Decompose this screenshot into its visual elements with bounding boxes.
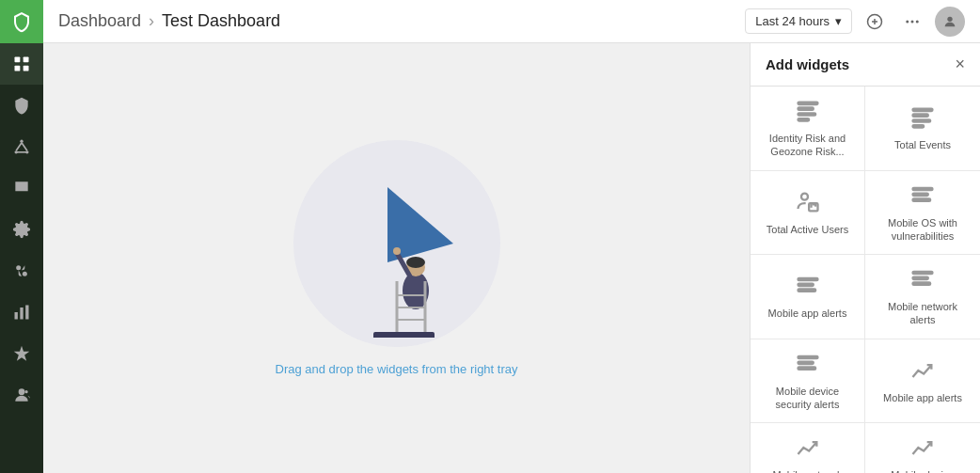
svg-line-7 — [16, 143, 22, 150]
trend-line-icon-3 — [909, 434, 936, 461]
svg-rect-38 — [798, 108, 813, 110]
dashboard-canvas: Drag and drop the widgets from the right… — [43, 43, 750, 473]
drag-drop-hint: Drag and drop the widgets from the right… — [276, 362, 518, 376]
widget-label: Mobile network alerts — [875, 300, 971, 327]
svg-rect-59 — [798, 356, 817, 358]
panel-header: Add widgets × — [751, 43, 980, 87]
time-selector-label: Last 24 hours — [755, 14, 830, 28]
widget-label: Mobile app alerts — [883, 391, 962, 404]
widgets-row-5: Mobile network alerts Mobile device secu… — [751, 423, 980, 473]
svg-rect-60 — [798, 361, 813, 363]
sidebar-item-settings-circle[interactable] — [0, 209, 43, 250]
widget-mobile-network-alerts[interactable]: Mobile network alerts — [865, 255, 980, 339]
svg-rect-51 — [913, 193, 928, 195]
time-selector[interactable]: Last 24 hours ▾ — [745, 8, 852, 34]
widget-total-events[interactable]: Total Events — [865, 87, 980, 170]
bar-list-small-icon-2 — [795, 273, 821, 299]
widget-label: Mobile OS with vulnerabilities — [875, 216, 971, 244]
widget-label: Total Events — [894, 138, 951, 151]
add-widget-button[interactable] — [860, 7, 890, 37]
widgets-row-4: Mobile device security alerts Mobile app… — [751, 339, 980, 424]
panel-close-button[interactable]: × — [955, 55, 965, 74]
svg-point-4 — [20, 140, 23, 143]
widget-mobile-device-security[interactable]: Mobile device security alerts — [751, 339, 865, 423]
widget-label: Mobile device security alerts — [875, 468, 971, 473]
svg-rect-58 — [913, 283, 931, 285]
widget-total-active-users[interactable]: Total Active Users — [751, 171, 865, 255]
svg-point-11 — [16, 265, 21, 270]
widget-mobile-network-alerts-2[interactable]: Mobile network alerts — [751, 423, 865, 473]
svg-rect-39 — [798, 113, 815, 115]
svg-rect-53 — [798, 278, 817, 280]
svg-point-24 — [947, 16, 952, 21]
widget-label: Mobile device security alerts — [760, 385, 855, 412]
svg-point-45 — [801, 193, 808, 199]
sidebar-item-dashboard[interactable] — [0, 43, 43, 85]
svg-point-16 — [19, 388, 25, 395]
breadcrumb: Dashboard › Test Dashboard — [58, 11, 280, 31]
svg-rect-54 — [798, 284, 813, 286]
sidebar-item-network[interactable] — [0, 126, 43, 167]
svg-rect-56 — [913, 272, 933, 274]
svg-rect-13 — [15, 312, 18, 320]
svg-rect-44 — [913, 125, 925, 127]
empty-state-illustration — [293, 140, 500, 347]
svg-rect-42 — [913, 115, 928, 117]
svg-rect-15 — [25, 306, 28, 320]
widgets-row-2: Total Active Users Mobile OS with vulner… — [751, 171, 980, 256]
breadcrumb-root[interactable]: Dashboard — [58, 11, 141, 31]
widget-mobile-os-vuln[interactable]: Mobile OS with vulnerabilities — [865, 171, 980, 255]
bar-list-small-icon — [909, 182, 936, 209]
svg-rect-50 — [913, 187, 933, 189]
svg-point-12 — [23, 272, 27, 276]
chevron-down-icon: ▾ — [835, 14, 842, 28]
widget-label: Mobile network alerts — [760, 468, 855, 473]
bar-list-small-icon-4 — [795, 351, 821, 377]
svg-point-23 — [916, 20, 919, 23]
bar-list-icon-2 — [909, 104, 936, 131]
trend-line-icon-2 — [795, 434, 821, 461]
user-avatar-button[interactable] — [935, 7, 965, 37]
sidebar — [0, 0, 43, 473]
svg-rect-57 — [913, 277, 928, 279]
widgets-row-1: Identity Risk and Geozone Risk... Total … — [751, 87, 980, 171]
sidebar-item-inbox[interactable] — [0, 167, 43, 209]
more-options-button[interactable] — [897, 7, 927, 37]
widget-identity-risk[interactable]: Identity Risk and Geozone Risk... — [751, 87, 865, 170]
breadcrumb-separator: › — [149, 11, 154, 31]
sidebar-item-admin[interactable] — [0, 374, 43, 416]
bar-list-icon — [795, 98, 821, 124]
svg-rect-3 — [24, 66, 29, 71]
svg-point-22 — [911, 20, 914, 23]
panel-title: Add widgets — [766, 56, 849, 72]
svg-rect-40 — [798, 118, 809, 120]
svg-rect-55 — [798, 290, 815, 292]
widget-mobile-app-alerts-2[interactable]: Mobile app alerts — [865, 339, 980, 423]
svg-rect-36 — [373, 332, 435, 338]
svg-rect-41 — [913, 109, 933, 111]
widget-mobile-device-security-2[interactable]: Mobile device security alerts — [865, 423, 980, 473]
svg-point-28 — [406, 257, 425, 268]
sidebar-item-compliance[interactable] — [0, 333, 43, 374]
sidebar-item-security[interactable] — [0, 85, 43, 126]
svg-rect-61 — [798, 367, 815, 369]
app-logo[interactable] — [0, 0, 43, 43]
svg-rect-2 — [15, 66, 21, 71]
bar-list-small-icon-3 — [909, 266, 936, 292]
svg-rect-1 — [24, 57, 29, 63]
sidebar-item-integrations[interactable] — [0, 250, 43, 292]
user-chart-icon — [795, 189, 821, 215]
svg-point-30 — [393, 247, 401, 255]
svg-rect-52 — [913, 198, 931, 200]
svg-point-17 — [24, 390, 27, 393]
widget-label: Mobile app alerts — [768, 307, 847, 320]
add-widgets-panel: Add widgets × Identity Risk and Geozone … — [750, 43, 980, 473]
svg-line-8 — [22, 143, 27, 150]
widget-label: Total Active Users — [767, 223, 848, 236]
sidebar-item-reports[interactable] — [0, 292, 43, 333]
drag-hint-link: the right tray — [450, 362, 517, 376]
svg-rect-0 — [15, 57, 21, 63]
widgets-row-3: Mobile app alerts Mobile network alerts — [751, 255, 980, 339]
widgets-grid: Identity Risk and Geozone Risk... Total … — [751, 87, 980, 473]
widget-mobile-app-alerts[interactable]: Mobile app alerts — [751, 255, 865, 339]
